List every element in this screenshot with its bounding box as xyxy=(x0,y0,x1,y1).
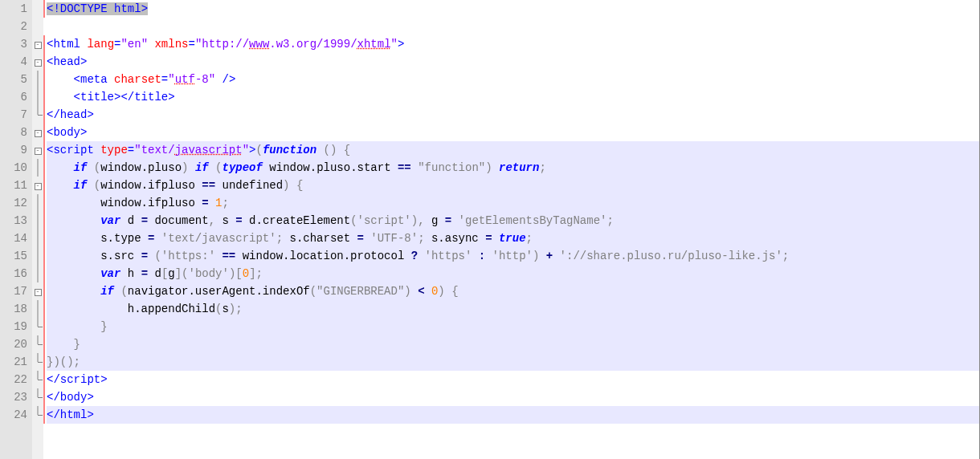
token[interactable] xyxy=(425,285,431,298)
token[interactable]: ) { xyxy=(438,285,458,298)
token[interactable]: window.ifpluso xyxy=(47,197,202,209)
token[interactable]: d xyxy=(148,267,161,280)
token[interactable]: lang xyxy=(87,38,114,51)
fold-collapse-icon[interactable]: - xyxy=(35,130,42,137)
token[interactable] xyxy=(553,250,559,262)
token[interactable]: > xyxy=(141,2,148,15)
token[interactable]: typeof xyxy=(223,161,263,174)
token[interactable]: -8" xyxy=(195,73,215,86)
line-number[interactable]: 22 xyxy=(0,371,27,388)
token[interactable]: ? xyxy=(411,250,418,262)
token[interactable]: if xyxy=(74,179,88,192)
code-line[interactable]: if (window.ifpluso == undefined) { xyxy=(47,177,979,194)
token[interactable]: = xyxy=(202,197,208,209)
token[interactable]: window.location.protocol xyxy=(235,250,410,262)
token[interactable]: h xyxy=(120,267,141,280)
fold-marker[interactable] xyxy=(32,0,43,18)
token[interactable]: d.createElement xyxy=(243,214,350,227)
token[interactable]: == xyxy=(202,179,215,192)
token[interactable]: )[ xyxy=(229,267,243,280)
token[interactable]: == xyxy=(222,250,235,262)
fold-marker[interactable]: - xyxy=(32,141,43,159)
token[interactable]: </head> xyxy=(47,108,94,121)
token[interactable] xyxy=(47,320,100,333)
token[interactable]: <html xyxy=(47,38,87,51)
code-line[interactable]: var d = document, s = d.createElement('s… xyxy=(47,212,979,229)
token[interactable]: window.pluso.start xyxy=(263,161,398,174)
token[interactable]: .w3.org/1999/ xyxy=(269,38,357,51)
token[interactable]: if xyxy=(195,161,209,174)
line-number[interactable]: 18 xyxy=(0,300,27,318)
line-number[interactable]: 14 xyxy=(0,229,27,247)
token[interactable]: var xyxy=(100,267,120,280)
token[interactable] xyxy=(209,197,215,209)
token[interactable]: script> xyxy=(60,373,108,386)
fold-marker[interactable] xyxy=(32,300,43,318)
token[interactable] xyxy=(47,91,74,104)
token[interactable] xyxy=(154,232,161,245)
token[interactable] xyxy=(316,144,323,156)
token[interactable] xyxy=(47,338,74,351)
token[interactable]: s.charset xyxy=(283,232,357,245)
token[interactable]: ( xyxy=(94,161,100,174)
token[interactable]: s.type xyxy=(47,232,148,245)
token[interactable]: } xyxy=(74,338,80,351)
token[interactable]: "GINGERBREAD" xyxy=(316,285,404,298)
line-number[interactable]: 7 xyxy=(0,106,27,124)
fold-marker[interactable] xyxy=(32,229,43,247)
fold-column[interactable]: ------ xyxy=(32,0,43,459)
token[interactable] xyxy=(47,73,74,86)
code-line[interactable]: } xyxy=(47,318,979,335)
token[interactable] xyxy=(485,250,492,262)
fold-marker[interactable]: - xyxy=(32,282,43,300)
code-line[interactable]: })(); xyxy=(47,353,979,371)
token[interactable]: 'body' xyxy=(189,267,229,280)
token[interactable] xyxy=(472,250,478,262)
token[interactable]: <meta xyxy=(74,73,114,86)
line-number[interactable]: 10 xyxy=(0,159,27,177)
token[interactable]: })(); xyxy=(47,355,80,368)
token[interactable]: () { xyxy=(324,144,351,156)
token[interactable] xyxy=(47,179,74,192)
fold-collapse-icon[interactable]: - xyxy=(35,148,42,155)
code-line[interactable]: <title></title> xyxy=(47,88,979,106)
line-number[interactable]: 17 xyxy=(0,282,27,300)
token[interactable] xyxy=(418,250,424,262)
line-number[interactable]: 23 xyxy=(0,388,27,406)
token[interactable]: </html> xyxy=(47,408,94,421)
token[interactable]: utf xyxy=(175,73,195,86)
token[interactable]: ( xyxy=(255,144,262,156)
token[interactable]: <body> xyxy=(47,126,87,139)
code-line[interactable]: if (window.pluso) if (typeof window.plus… xyxy=(47,159,979,177)
token[interactable]: g xyxy=(425,214,445,227)
fold-marker[interactable] xyxy=(32,406,43,424)
fold-marker[interactable] xyxy=(32,318,43,335)
token[interactable]: ; xyxy=(606,214,613,227)
code-line[interactable]: </head> xyxy=(47,106,979,124)
token[interactable]: = xyxy=(141,267,148,280)
token[interactable]: /> xyxy=(215,73,235,86)
fold-marker[interactable] xyxy=(32,247,43,265)
token[interactable]: = xyxy=(141,214,148,227)
token[interactable]: '://share.pluso.ru/pluso-like.js' xyxy=(560,250,782,262)
token[interactable]: ( xyxy=(120,285,127,298)
line-number[interactable]: 4 xyxy=(0,53,27,71)
token[interactable]: undefined xyxy=(215,179,283,192)
token[interactable] xyxy=(87,179,93,192)
token[interactable]: ( xyxy=(350,214,357,227)
line-number[interactable]: 19 xyxy=(0,318,27,335)
token[interactable]: ( xyxy=(94,179,100,192)
token[interactable]: ( xyxy=(215,161,222,174)
token[interactable]: <title></title> xyxy=(74,91,175,104)
code-line[interactable] xyxy=(47,18,979,35)
token[interactable]: <! xyxy=(47,2,60,15)
token[interactable]: ), xyxy=(411,214,425,227)
code-line[interactable]: } xyxy=(47,335,979,353)
token[interactable]: www xyxy=(249,38,269,51)
token[interactable]: ) xyxy=(485,161,492,174)
fold-marker[interactable] xyxy=(32,71,43,88)
token[interactable]: " xyxy=(391,38,398,51)
token[interactable]: " xyxy=(243,144,249,156)
line-number[interactable]: 9 xyxy=(0,141,27,159)
token[interactable]: ( xyxy=(310,285,316,298)
